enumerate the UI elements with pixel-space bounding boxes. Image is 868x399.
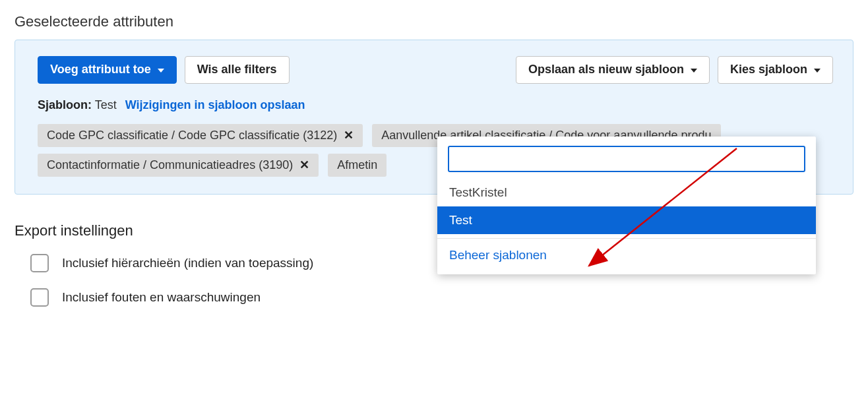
chip-label: Afmetin <box>337 158 377 172</box>
clear-filters-button[interactable]: Wis alle filters <box>185 56 290 84</box>
template-line: Sjabloon: Test Wijzigingen in sjabloon o… <box>38 98 833 112</box>
choose-template-label: Kies sjabloon <box>730 63 807 77</box>
caret-down-icon <box>814 69 821 73</box>
remove-chip-icon[interactable]: ✕ <box>344 129 354 141</box>
template-option-selected[interactable]: Test <box>437 206 816 234</box>
chip-label: Contactinformatie / Communicatieadres (3… <box>47 158 293 172</box>
export-option-row: Inclusief fouten en waarschuwingen <box>30 288 853 307</box>
add-attribute-button[interactable]: Voeg attribuut toe <box>38 56 177 84</box>
errors-checkbox[interactable] <box>30 288 49 307</box>
choose-template-dropdown: TestKristel Test Beheer sjablonen <box>437 137 816 274</box>
template-label: Sjabloon: <box>38 98 92 111</box>
chip-label: Code GPC classificatie / Code GPC classi… <box>47 129 337 142</box>
template-option[interactable]: TestKristel <box>437 179 816 206</box>
caret-down-icon <box>691 69 697 73</box>
remove-chip-icon[interactable]: ✕ <box>299 159 309 171</box>
hierarchies-checkbox[interactable] <box>30 254 49 272</box>
add-attribute-label: Voeg attribuut toe <box>50 63 151 77</box>
save-template-changes-link[interactable]: Wijzigingen in sjabloon opslaan <box>125 98 305 111</box>
save-as-new-template-label: Opslaan als nieuw sjabloon <box>528 63 684 77</box>
hierarchies-label: Inclusief hiërarchieën (indien van toepa… <box>62 256 313 270</box>
choose-template-button[interactable]: Kies sjabloon <box>718 56 833 84</box>
errors-label: Inclusief fouten en waarschuwingen <box>62 290 261 305</box>
save-as-new-template-button[interactable]: Opslaan als nieuw sjabloon <box>516 56 710 84</box>
caret-down-icon <box>158 69 164 73</box>
selected-attributes-heading: Geselecteerde attributen <box>15 13 853 30</box>
toolbar: Voeg attribuut toe Wis alle filters Opsl… <box>38 56 833 84</box>
attribute-chip[interactable]: Contactinformatie / Communicatieadres (3… <box>38 154 319 177</box>
attribute-chip[interactable]: Afmetin <box>328 154 387 177</box>
template-name: Test <box>95 98 117 111</box>
attribute-chip[interactable]: Code GPC classificatie / Code GPC classi… <box>38 124 363 147</box>
clear-filters-label: Wis alle filters <box>197 63 277 77</box>
template-search-input[interactable] <box>448 146 805 172</box>
attributes-panel: Voeg attribuut toe Wis alle filters Opsl… <box>15 40 853 195</box>
manage-templates-link[interactable]: Beheer sjablonen <box>437 239 816 274</box>
